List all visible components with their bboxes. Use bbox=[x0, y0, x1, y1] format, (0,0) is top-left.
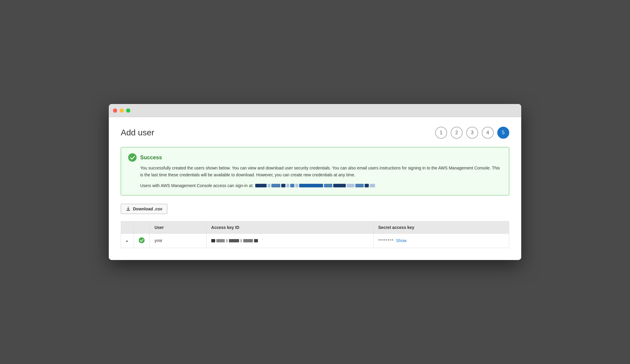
expand-arrow-icon: ► bbox=[126, 239, 129, 243]
success-body: You successfully created the users shown… bbox=[140, 165, 502, 189]
td-expand[interactable]: ► bbox=[121, 233, 134, 248]
success-icon bbox=[128, 153, 137, 162]
app-window: Add user 1 2 3 4 5 Success You successfu… bbox=[109, 104, 521, 260]
step-3: 3 bbox=[466, 127, 478, 139]
users-table: User Access key ID Secret access key ► bbox=[121, 221, 509, 248]
signin-url-line: Users with AWS Management Console access… bbox=[140, 182, 502, 189]
step-4: 4 bbox=[482, 127, 494, 139]
step-5: 5 bbox=[497, 127, 509, 139]
success-title: Success bbox=[140, 155, 162, 161]
titlebar bbox=[109, 104, 521, 117]
svg-point-1 bbox=[139, 237, 145, 243]
th-user: User bbox=[149, 221, 206, 233]
th-status bbox=[134, 221, 149, 233]
page-title: Add user bbox=[121, 128, 154, 137]
steps-indicator: 1 2 3 4 5 bbox=[435, 127, 509, 139]
success-banner: Success You successfully created the use… bbox=[121, 147, 509, 195]
success-header: Success bbox=[128, 153, 502, 162]
secret-stars: ******** bbox=[378, 238, 394, 243]
page-header: Add user 1 2 3 4 5 bbox=[121, 127, 509, 139]
maximize-button[interactable] bbox=[126, 108, 130, 113]
td-status bbox=[134, 233, 149, 248]
traffic-lights bbox=[113, 108, 130, 113]
table-row: ► ymir bbox=[121, 233, 509, 248]
secret-key-cell: ******** Show bbox=[378, 238, 504, 243]
td-user: ymir bbox=[149, 233, 206, 248]
table-header-row: User Access key ID Secret access key bbox=[121, 221, 509, 233]
download-csv-button[interactable]: Download .csv bbox=[121, 204, 167, 214]
url-blocks bbox=[255, 184, 375, 187]
td-secret-access-key: ******** Show bbox=[373, 233, 509, 248]
minimize-button[interactable] bbox=[120, 108, 124, 113]
row-success-icon bbox=[139, 237, 145, 243]
download-icon bbox=[126, 207, 131, 211]
close-button[interactable] bbox=[113, 108, 117, 113]
th-expand bbox=[121, 221, 134, 233]
svg-point-0 bbox=[128, 153, 137, 162]
download-section: Download .csv bbox=[121, 204, 509, 214]
main-content: Add user 1 2 3 4 5 Success You successfu… bbox=[109, 117, 521, 260]
step-1: 1 bbox=[435, 127, 447, 139]
step-2: 2 bbox=[451, 127, 463, 139]
th-secret-access-key: Secret access key bbox=[373, 221, 509, 233]
th-access-key-id: Access key ID bbox=[206, 221, 373, 233]
show-secret-key-button[interactable]: Show bbox=[396, 238, 406, 243]
access-key-blocks bbox=[211, 239, 368, 242]
td-access-key-id bbox=[206, 233, 373, 248]
